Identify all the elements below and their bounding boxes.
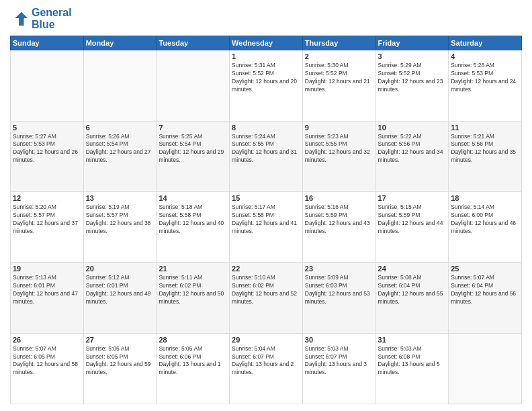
calendar-cell: 7Sunrise: 5:25 AMSunset: 5:54 PMDaylight… — [157, 121, 230, 191]
calendar-cell: 24Sunrise: 5:08 AMSunset: 6:04 PMDayligh… — [375, 263, 449, 333]
weekday-header-tuesday: Tuesday — [157, 36, 230, 50]
day-info: Sunrise: 5:29 AMSunset: 5:52 PMDaylight:… — [378, 62, 447, 94]
day-info: Sunrise: 5:05 AMSunset: 6:06 PMDaylight:… — [159, 345, 227, 377]
calendar-cell: 30Sunrise: 5:03 AMSunset: 6:07 PMDayligh… — [302, 333, 375, 404]
calendar-cell: 9Sunrise: 5:23 AMSunset: 5:55 PMDaylight… — [302, 121, 375, 191]
day-number: 5 — [13, 124, 81, 132]
day-number: 9 — [305, 124, 373, 132]
calendar-cell: 28Sunrise: 5:05 AMSunset: 6:06 PMDayligh… — [157, 333, 230, 404]
day-number: 14 — [159, 194, 227, 202]
calendar-cell: 13Sunrise: 5:19 AMSunset: 5:57 PMDayligh… — [83, 191, 157, 262]
calendar-cell: 3Sunrise: 5:29 AMSunset: 5:52 PMDaylight… — [375, 50, 449, 121]
day-info: Sunrise: 5:25 AMSunset: 5:54 PMDaylight:… — [159, 133, 227, 165]
calendar-cell: 20Sunrise: 5:12 AMSunset: 6:01 PMDayligh… — [83, 263, 157, 333]
calendar-cell: 12Sunrise: 5:20 AMSunset: 5:57 PMDayligh… — [11, 191, 84, 262]
calendar-week-row: 19Sunrise: 5:13 AMSunset: 6:01 PMDayligh… — [11, 263, 522, 333]
calendar-cell — [449, 333, 522, 404]
day-info: Sunrise: 5:28 AMSunset: 5:53 PMDaylight:… — [451, 62, 519, 94]
day-number: 27 — [86, 336, 154, 344]
day-info: Sunrise: 5:07 AMSunset: 6:05 PMDaylight:… — [13, 345, 81, 377]
day-info: Sunrise: 5:23 AMSunset: 5:55 PMDaylight:… — [305, 133, 373, 165]
calendar-cell: 26Sunrise: 5:07 AMSunset: 6:05 PMDayligh… — [11, 333, 84, 404]
calendar-header-row: SundayMondayTuesdayWednesdayThursdayFrid… — [11, 36, 522, 50]
day-number: 25 — [451, 265, 519, 273]
day-number: 29 — [232, 336, 300, 344]
day-info: Sunrise: 5:14 AMSunset: 6:00 PMDaylight:… — [451, 203, 519, 236]
calendar-cell: 10Sunrise: 5:22 AMSunset: 5:56 PMDayligh… — [375, 121, 449, 191]
day-info: Sunrise: 5:06 AMSunset: 6:05 PMDaylight:… — [86, 345, 154, 377]
day-number: 8 — [232, 124, 300, 132]
day-number: 21 — [159, 265, 227, 273]
weekday-header-thursday: Thursday — [302, 36, 375, 50]
calendar-cell: 16Sunrise: 5:16 AMSunset: 5:59 PMDayligh… — [302, 191, 375, 262]
calendar-cell: 25Sunrise: 5:07 AMSunset: 6:04 PMDayligh… — [449, 263, 522, 333]
calendar-cell: 22Sunrise: 5:10 AMSunset: 6:02 PMDayligh… — [230, 263, 303, 333]
day-info: Sunrise: 5:17 AMSunset: 5:58 PMDaylight:… — [232, 203, 300, 236]
calendar-cell: 5Sunrise: 5:27 AMSunset: 5:53 PMDaylight… — [11, 121, 84, 191]
day-number: 28 — [159, 336, 227, 344]
calendar-cell: 4Sunrise: 5:28 AMSunset: 5:53 PMDaylight… — [449, 50, 522, 121]
day-info: Sunrise: 5:07 AMSunset: 6:04 PMDaylight:… — [451, 274, 519, 306]
day-number: 31 — [378, 336, 447, 344]
calendar-page: General Blue SundayMondayTuesdayWednesda… — [0, 0, 532, 411]
day-info: Sunrise: 5:20 AMSunset: 5:57 PMDaylight:… — [13, 203, 81, 236]
day-info: Sunrise: 5:11 AMSunset: 6:02 PMDaylight:… — [159, 274, 227, 306]
day-number: 18 — [451, 194, 519, 202]
calendar-cell — [83, 50, 157, 121]
day-info: Sunrise: 5:13 AMSunset: 6:01 PMDaylight:… — [13, 274, 81, 306]
weekday-header-saturday: Saturday — [449, 36, 522, 50]
day-info: Sunrise: 5:15 AMSunset: 5:59 PMDaylight:… — [378, 203, 447, 236]
day-number: 17 — [378, 194, 447, 202]
calendar-cell: 18Sunrise: 5:14 AMSunset: 6:00 PMDayligh… — [449, 191, 522, 262]
day-info: Sunrise: 5:30 AMSunset: 5:52 PMDaylight:… — [305, 62, 373, 94]
weekday-header-friday: Friday — [375, 36, 449, 50]
day-info: Sunrise: 5:18 AMSunset: 5:58 PMDaylight:… — [159, 203, 227, 236]
day-info: Sunrise: 5:12 AMSunset: 6:01 PMDaylight:… — [86, 274, 154, 306]
day-info: Sunrise: 5:16 AMSunset: 5:59 PMDaylight:… — [305, 203, 373, 236]
page-header: General Blue — [10, 7, 522, 30]
logo-text: General Blue — [32, 7, 72, 30]
calendar-cell: 15Sunrise: 5:17 AMSunset: 5:58 PMDayligh… — [230, 191, 303, 262]
day-number: 6 — [86, 124, 154, 132]
calendar-week-row: 12Sunrise: 5:20 AMSunset: 5:57 PMDayligh… — [11, 191, 522, 262]
calendar-cell: 2Sunrise: 5:30 AMSunset: 5:52 PMDaylight… — [302, 50, 375, 121]
day-info: Sunrise: 5:26 AMSunset: 5:54 PMDaylight:… — [86, 133, 154, 165]
day-number: 11 — [451, 124, 519, 132]
day-info: Sunrise: 5:19 AMSunset: 5:57 PMDaylight:… — [86, 203, 154, 236]
calendar-cell: 14Sunrise: 5:18 AMSunset: 5:58 PMDayligh… — [157, 191, 230, 262]
calendar-cell: 19Sunrise: 5:13 AMSunset: 6:01 PMDayligh… — [11, 263, 84, 333]
calendar-cell: 31Sunrise: 5:03 AMSunset: 6:08 PMDayligh… — [375, 333, 449, 404]
weekday-header-monday: Monday — [83, 36, 157, 50]
day-number: 20 — [86, 265, 154, 273]
day-number: 15 — [232, 194, 300, 202]
day-number: 19 — [13, 265, 81, 273]
day-number: 30 — [305, 336, 373, 344]
calendar-table: SundayMondayTuesdayWednesdayThursdayFrid… — [10, 36, 522, 404]
day-number: 4 — [451, 52, 519, 60]
day-info: Sunrise: 5:31 AMSunset: 5:52 PMDaylight:… — [232, 62, 300, 94]
day-info: Sunrise: 5:04 AMSunset: 6:07 PMDaylight:… — [232, 345, 300, 377]
calendar-cell — [11, 50, 84, 121]
day-number: 16 — [305, 194, 373, 202]
day-number: 24 — [378, 265, 447, 273]
calendar-cell — [157, 50, 230, 121]
day-number: 2 — [305, 52, 373, 60]
day-number: 22 — [232, 265, 300, 273]
calendar-week-row: 26Sunrise: 5:07 AMSunset: 6:05 PMDayligh… — [11, 333, 522, 404]
day-number: 23 — [305, 265, 373, 273]
calendar-cell: 23Sunrise: 5:09 AMSunset: 6:03 PMDayligh… — [302, 263, 375, 333]
day-number: 26 — [13, 336, 81, 344]
day-info: Sunrise: 5:21 AMSunset: 5:56 PMDaylight:… — [451, 133, 519, 165]
day-info: Sunrise: 5:03 AMSunset: 6:07 PMDaylight:… — [305, 345, 373, 377]
calendar-week-row: 1Sunrise: 5:31 AMSunset: 5:52 PMDaylight… — [11, 50, 522, 121]
day-number: 13 — [86, 194, 154, 202]
day-info: Sunrise: 5:03 AMSunset: 6:08 PMDaylight:… — [378, 345, 447, 377]
day-number: 10 — [378, 124, 447, 132]
calendar-cell: 6Sunrise: 5:26 AMSunset: 5:54 PMDaylight… — [83, 121, 157, 191]
calendar-cell: 8Sunrise: 5:24 AMSunset: 5:55 PMDaylight… — [230, 121, 303, 191]
day-number: 7 — [159, 124, 227, 132]
day-info: Sunrise: 5:24 AMSunset: 5:55 PMDaylight:… — [232, 133, 300, 165]
day-info: Sunrise: 5:08 AMSunset: 6:04 PMDaylight:… — [378, 274, 447, 306]
day-info: Sunrise: 5:09 AMSunset: 6:03 PMDaylight:… — [305, 274, 373, 306]
calendar-cell: 29Sunrise: 5:04 AMSunset: 6:07 PMDayligh… — [230, 333, 303, 404]
